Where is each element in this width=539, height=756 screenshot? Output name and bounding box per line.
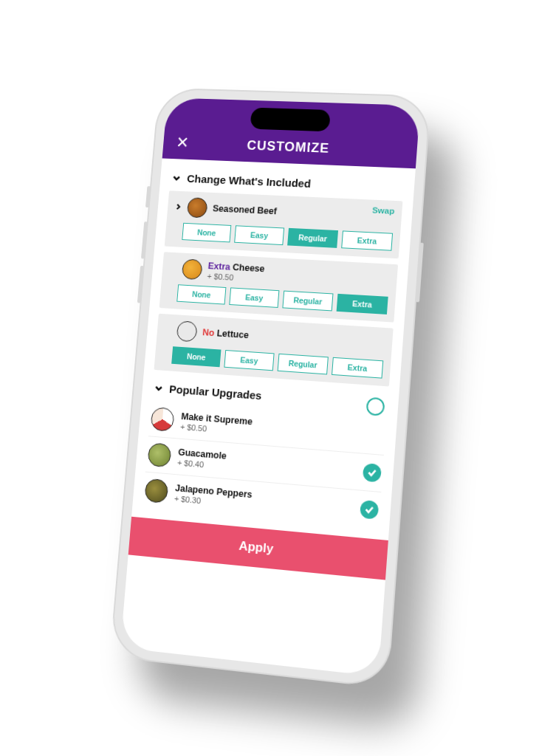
option-none[interactable]: None xyxy=(171,346,221,367)
option-easy[interactable]: Easy xyxy=(229,287,279,308)
ingredient-card: Extra Cheese + $0.50 None Easy Regular E… xyxy=(159,252,398,322)
section-title: Change What's Included xyxy=(187,172,312,190)
ingredient-avatar xyxy=(182,258,203,280)
chevron-down-icon xyxy=(154,382,165,394)
ingredient-name: No Lettuce xyxy=(202,327,385,349)
upgrade-avatar xyxy=(147,442,171,467)
option-extra[interactable]: Extra xyxy=(341,230,393,250)
option-regular[interactable]: Regular xyxy=(287,228,338,248)
check-icon[interactable] xyxy=(363,463,382,483)
ingredient-card: Swap Seasoned Beef None Easy Regular xyxy=(165,190,403,258)
check-icon[interactable] xyxy=(360,500,379,520)
section-title: Popular Upgrades xyxy=(169,382,262,402)
chevron-right-icon[interactable] xyxy=(174,203,182,210)
upgrade-avatar xyxy=(144,478,168,504)
option-easy[interactable]: Easy xyxy=(224,350,274,371)
page-title: CUSTOMIZE xyxy=(247,138,330,157)
ingredient-name: Seasoned Beef xyxy=(213,204,395,222)
option-none[interactable]: None xyxy=(176,284,226,304)
option-extra[interactable]: Extra xyxy=(337,294,388,315)
option-regular[interactable]: Regular xyxy=(278,354,329,375)
ingredient-card: No Lettuce None Easy Regular Extra xyxy=(154,314,393,387)
option-extra[interactable]: Extra xyxy=(332,357,383,379)
close-icon[interactable]: ✕ xyxy=(176,135,190,151)
ingredient-avatar xyxy=(187,197,208,218)
chevron-down-icon xyxy=(171,173,182,183)
swap-link[interactable]: Swap xyxy=(372,206,395,216)
option-none[interactable]: None xyxy=(182,223,231,243)
ingredient-avatar xyxy=(176,320,198,342)
option-regular[interactable]: Regular xyxy=(282,291,333,312)
option-easy[interactable]: Easy xyxy=(234,225,284,245)
upgrade-toggle[interactable] xyxy=(365,397,385,416)
upgrade-avatar xyxy=(150,407,174,432)
